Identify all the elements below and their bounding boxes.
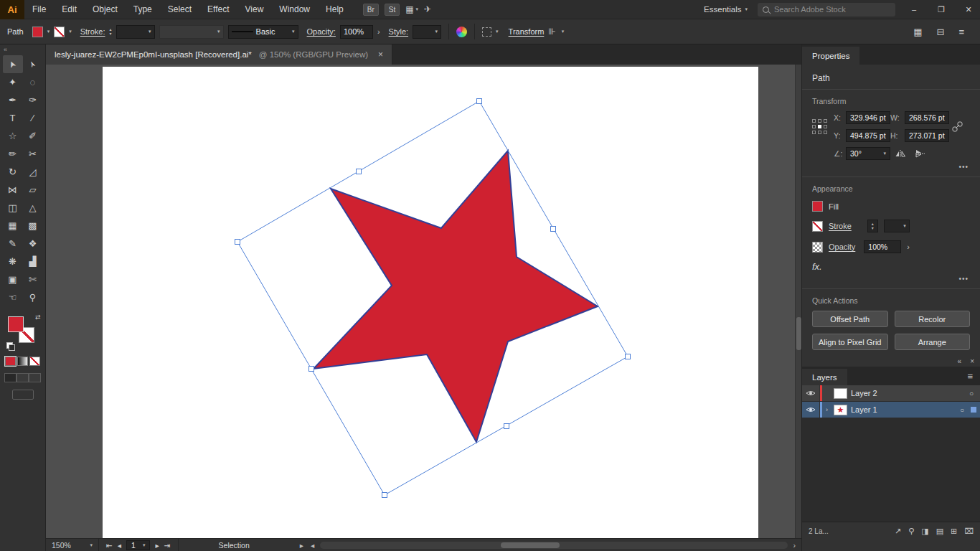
eyedropper-tool[interactable]: ✎	[3, 235, 23, 253]
document-tab[interactable]: lesly-juarez-EW2cPMEp0mI-unsplash [Recov…	[46, 44, 392, 65]
y-field[interactable]: 494.875 pt	[846, 129, 890, 142]
stroke-weight-stepper[interactable]: ▴ ▾	[110, 28, 112, 36]
close-panel-icon[interactable]: ×	[970, 357, 974, 365]
last-artboard-icon[interactable]: ⇥	[164, 541, 171, 550]
draw-inside-mode-button[interactable]	[29, 373, 41, 382]
menu-view[interactable]: View	[237, 0, 272, 19]
mesh-tool[interactable]: ▦	[3, 217, 23, 235]
menu-type[interactable]: Type	[126, 0, 160, 19]
layer-row-layer-1[interactable]: › ★ Layer 1 ○	[802, 402, 980, 418]
selection-handle[interactable]	[382, 493, 387, 498]
free-transform-tool[interactable]: ▱	[23, 181, 43, 199]
artboard-number-dropdown[interactable]: 1 ▾	[126, 540, 150, 550]
collapse-panel-icon[interactable]: «	[958, 357, 962, 365]
menu-help[interactable]: Help	[318, 0, 352, 19]
panel-menu-icon[interactable]: ≡	[958, 27, 964, 37]
restore-button[interactable]: ❐	[933, 5, 950, 14]
layer-name[interactable]: Layer 2	[851, 389, 877, 397]
reference-point-locator[interactable]	[812, 119, 829, 134]
selection-handle[interactable]	[626, 354, 631, 359]
stroke-weight-dropdown[interactable]: ▾	[116, 25, 155, 39]
flip-vertical-icon[interactable]	[915, 149, 926, 158]
stroke-color-swatch[interactable]	[812, 221, 823, 232]
scroll-left-icon[interactable]: ◂	[311, 541, 314, 550]
vertical-scrollbar[interactable]	[795, 65, 801, 538]
scroll-right-icon[interactable]: ›	[793, 541, 802, 550]
scissors-tool[interactable]: ✂	[23, 145, 43, 163]
recolor-button[interactable]: Recolor	[895, 311, 971, 327]
paintbrush-tool[interactable]: ✐	[23, 127, 43, 145]
default-fill-stroke-icon[interactable]	[6, 342, 13, 349]
selection-handle[interactable]	[309, 367, 314, 372]
chevron-down-icon[interactable]: ▾	[496, 29, 499, 34]
direct-selection-tool[interactable]: ➢	[23, 55, 43, 73]
width-tool[interactable]: ⋈	[3, 181, 23, 199]
hand-tool[interactable]: ☜	[3, 288, 23, 306]
curvature-tool[interactable]: ✑	[23, 91, 43, 109]
menu-window[interactable]: Window	[271, 0, 318, 19]
opacity-label[interactable]: Opacity:	[307, 27, 336, 36]
first-artboard-icon[interactable]: ⇤	[106, 541, 113, 550]
fill-color-swatch[interactable]	[32, 27, 43, 37]
menu-effect[interactable]: Effect	[199, 0, 237, 19]
rotation-angle-dropdown[interactable]: 30° ▾	[846, 147, 890, 160]
stroke-weight-label[interactable]: Stroke:	[80, 27, 105, 36]
zoom-level-dropdown[interactable]: 150% ▾	[46, 539, 99, 551]
shape-tool[interactable]: ☆	[3, 127, 23, 145]
type-tool[interactable]: T	[3, 109, 23, 127]
stock-button[interactable]: St	[385, 4, 400, 16]
lasso-tool[interactable]: ◌	[23, 73, 43, 91]
layer-thumbnail[interactable]	[834, 388, 847, 399]
visibility-eye-icon[interactable]	[802, 402, 820, 418]
opacity-field[interactable]: 100%	[864, 240, 901, 253]
h-field[interactable]: 273.071 pt	[905, 129, 949, 142]
rotate-tool[interactable]: ↻	[3, 163, 23, 181]
none-button[interactable]	[29, 357, 40, 366]
new-sublayer-icon[interactable]: ▤	[936, 527, 943, 536]
arrange-documents-button[interactable]: ▦ ▾	[405, 4, 418, 14]
stroke-panel-link[interactable]: Stroke	[829, 222, 852, 230]
search-input[interactable]	[774, 5, 882, 14]
brush-definition-dropdown[interactable]: Basic ▾	[228, 25, 298, 39]
slice-tool[interactable]: ✄	[23, 270, 43, 288]
workspace-grid-icon[interactable]: ▦	[913, 27, 922, 37]
menu-select[interactable]: Select	[160, 0, 199, 19]
visibility-eye-icon[interactable]	[802, 385, 820, 401]
align-to-selection-icon[interactable]	[482, 27, 491, 37]
status-expand-icon[interactable]: ▸	[300, 541, 303, 550]
change-screen-mode-button[interactable]	[12, 390, 34, 400]
scale-tool[interactable]: ◿	[23, 163, 43, 181]
w-field[interactable]: 268.576 pt	[905, 111, 949, 124]
arrange-button[interactable]: Arrange	[895, 334, 971, 350]
stroke-weight-stepper[interactable]: ▴ ▾	[867, 220, 878, 232]
transform-panel-link[interactable]: Transform	[509, 27, 545, 36]
symbol-sprayer-tool[interactable]: ❋	[3, 253, 23, 270]
close-button[interactable]: ✕	[960, 5, 977, 14]
gradient-tool[interactable]: ▩	[23, 217, 43, 235]
bridge-button[interactable]: Br	[363, 4, 379, 16]
horizontal-scrollbar-thumb[interactable]	[501, 542, 560, 548]
graphic-style-dropdown[interactable]: ▾	[413, 25, 441, 39]
make-clipping-mask-icon[interactable]: ◨	[921, 527, 928, 536]
shaper-tool[interactable]: ✏	[3, 145, 23, 163]
disclosure-triangle-icon[interactable]: ›	[822, 406, 831, 413]
dock-panel-icon[interactable]: ⊟	[937, 27, 945, 37]
chevron-down-icon[interactable]: ▾	[562, 29, 565, 34]
gradient-button[interactable]	[17, 357, 28, 366]
constrain-proportions-icon[interactable]	[949, 121, 965, 132]
selection-handle[interactable]	[357, 169, 362, 174]
shape-builder-tool[interactable]: ◫	[3, 199, 23, 217]
stroke-weight-dropdown[interactable]: ▾	[884, 220, 910, 232]
style-label[interactable]: Style:	[389, 27, 409, 36]
recolor-artwork-icon[interactable]	[456, 27, 467, 37]
minimize-button[interactable]: –	[905, 5, 923, 14]
close-tab-icon[interactable]: ×	[378, 50, 383, 60]
line-segment-tool[interactable]: ∕	[23, 109, 43, 127]
draw-behind-mode-button[interactable]	[17, 373, 29, 382]
collapse-toolbar-icon[interactable]: «	[0, 44, 45, 55]
menu-file[interactable]: File	[24, 0, 54, 19]
vertical-scrollbar-thumb[interactable]	[796, 317, 801, 350]
previous-artboard-icon[interactable]: ◂	[118, 541, 121, 550]
chevron-down-icon[interactable]: ▾	[47, 29, 50, 34]
fill-color-swatch[interactable]	[812, 201, 823, 212]
